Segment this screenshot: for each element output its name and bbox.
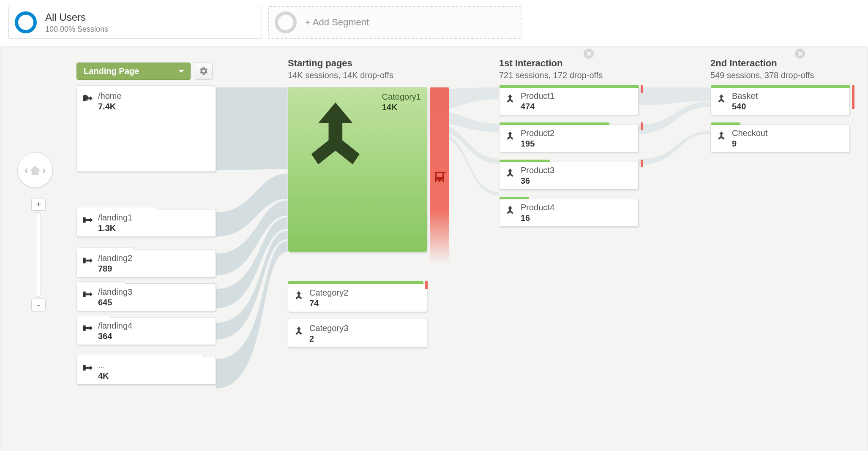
dimension-select[interactable]: Landing Page [76,62,191,80]
merge-icon [505,93,516,104]
zoom-slider[interactable] [36,212,41,297]
segment-bar: All Users 100.00% Sessions + Add Segment [0,0,868,46]
split-icon [82,255,93,266]
home-icon[interactable] [30,166,41,175]
zoom-control: + - [17,198,60,311]
node-label: Category3 [309,323,348,333]
node-landing[interactable]: ...4K [76,357,216,385]
throughput-bar [711,85,850,88]
node-label: Product3 [521,166,554,175]
merge-icon [505,130,516,141]
node-label: Category2 [309,288,348,298]
zoom-out-button[interactable]: - [31,299,46,311]
node-starting[interactable]: Category274 [288,283,427,312]
node-label: Product2 [521,128,554,138]
split-icon [82,362,93,373]
node-value: 540 [732,102,758,111]
segment-all-users[interactable]: All Users 100.00% Sessions [8,6,262,39]
throughput-bar [500,122,609,125]
inflow-bar [77,315,111,318]
throughput-bar [500,197,529,199]
node-starting-big[interactable]: Category1 14K [288,87,427,252]
throughput-bar [500,85,639,88]
merge-icon [716,93,727,104]
node-label: ... [98,361,109,370]
dropoff-arrow-icon [435,172,444,182]
node-value: 364 [98,331,132,341]
node-int1[interactable]: Product2195 [499,125,639,152]
node-value: 2 [309,334,348,344]
column-title: Starting pages [288,58,393,69]
dropoff-tick [852,85,854,109]
dropoff-tick [641,160,643,167]
gear-icon [199,66,208,76]
dropoff-strip[interactable] [430,87,449,264]
add-segment-button[interactable]: + Add Segment [268,6,521,39]
node-label: Product4 [521,203,554,212]
node-value: 789 [98,264,132,274]
node-int1[interactable]: Product416 [499,199,639,227]
column-int2: Basket540 Checkout9 [710,87,850,152]
node-landing[interactable]: /landing4364 [76,317,216,345]
node-value: 36 [521,176,554,186]
column-starting-minor: Category274 Category32 [288,283,427,348]
node-landing[interactable]: /landing11.3K [76,209,216,237]
settings-button[interactable] [195,62,213,80]
dimension-row: Landing Page [76,62,213,80]
nav-next-icon[interactable]: › [42,164,46,176]
merge-icon [505,167,516,178]
node-label: /home [98,91,122,101]
node-label: /landing1 [98,213,132,223]
dimension-selected-label: Landing Page [84,66,139,76]
dropoff-tick [641,122,643,130]
column-header-int1: 1st Interaction 721 sessions, 172 drop-o… [499,58,603,80]
throughput-bar [288,281,423,284]
dropoff-tick [641,85,643,93]
node-label: Checkout [732,128,768,138]
column-header-int2: 2nd Interaction 549 sessions, 378 drop-o… [710,58,814,80]
node-int1[interactable]: Product1474 [499,87,639,115]
node-starting[interactable]: Category32 [288,319,427,348]
behavior-flow-panel: ‹ › + - Landing Page Starting pages 14K … [0,46,868,451]
node-value: 74 [309,299,348,308]
nav-home-pill[interactable]: ‹ › [17,152,53,188]
inflow-bar [77,355,204,357]
node-value: 195 [521,139,554,149]
column-title: 2nd Interaction [710,58,814,69]
segment-circle-icon [15,11,37,33]
column-close-int2[interactable]: ✕ [795,49,805,59]
throughput-bar [711,122,740,125]
split-icon [82,323,93,334]
zoom-in-button[interactable]: + [31,198,46,211]
segment-subtitle: 100.00% Sessions [45,25,108,34]
node-landing[interactable]: /landing3645 [76,283,216,311]
nav-cluster: ‹ › + - [17,152,60,311]
node-label: /landing3 [98,287,132,297]
segment-circle-icon [275,11,297,33]
node-int1[interactable]: Product336 [499,162,639,190]
nav-prev-icon[interactable]: ‹ [25,164,28,176]
segment-title: All Users [45,11,108,23]
node-value: 4K [98,371,109,381]
node-label: Basket [732,91,758,101]
node-int2[interactable]: Checkout9 [710,125,850,152]
column-landing: /home 7.4K /landing11.3K /landing2789 /l… [76,87,216,385]
node-value: 16 [521,213,554,223]
node-int2[interactable]: Basket540 [710,87,850,115]
node-label: Category1 [382,92,421,102]
node-landing[interactable]: /home 7.4K [76,87,216,172]
node-label: /landing4 [98,321,132,331]
starting-page-group: Category1 14K [288,87,449,264]
column-close-int1[interactable]: ✕ [584,49,594,59]
merge-icon [293,290,304,301]
column-subtitle: 14K sessions, 14K drop-offs [288,71,393,80]
inflow-bar [77,281,126,284]
node-landing[interactable]: /landing2789 [76,250,216,277]
split-icon [82,93,93,104]
node-value: 645 [98,298,132,307]
add-segment-label: + Add Segment [305,17,369,28]
split-icon [82,289,93,300]
merge-icon [505,204,516,215]
inflow-bar [77,207,157,209]
split-icon [82,215,93,226]
